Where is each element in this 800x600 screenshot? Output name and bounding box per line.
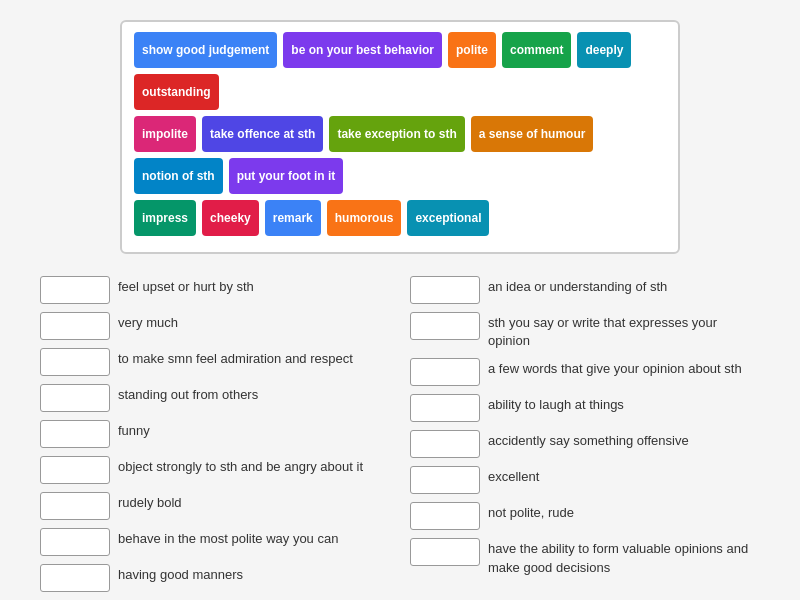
match-text: object strongly to sth and be angry abou… bbox=[118, 456, 363, 476]
match-row: sth you say or write that expresses your… bbox=[410, 310, 760, 352]
word-chip[interactable]: take offence at sth bbox=[202, 116, 323, 152]
match-row: feel upset or hurt by sth bbox=[40, 274, 390, 306]
match-row: excellent bbox=[410, 464, 760, 496]
match-row: accidently say something offensive bbox=[410, 428, 760, 460]
match-row: an idea or understanding of sth bbox=[410, 274, 760, 306]
word-chip[interactable]: remark bbox=[265, 200, 321, 236]
match-box[interactable] bbox=[410, 394, 480, 422]
match-row: very much bbox=[40, 310, 390, 342]
page: show good judgementbe on your best behav… bbox=[0, 0, 800, 600]
match-row: object strongly to sth and be angry abou… bbox=[40, 454, 390, 486]
word-bank-row: impolitetake offence at sthtake exceptio… bbox=[134, 116, 666, 194]
match-text: excellent bbox=[488, 466, 539, 486]
match-text: funny bbox=[118, 420, 150, 440]
word-bank-row: show good judgementbe on your best behav… bbox=[134, 32, 666, 110]
word-chip[interactable]: comment bbox=[502, 32, 571, 68]
match-box[interactable] bbox=[410, 358, 480, 386]
match-box[interactable] bbox=[40, 492, 110, 520]
word-chip[interactable]: cheeky bbox=[202, 200, 259, 236]
match-row: to make smn feel admiration and respect bbox=[40, 346, 390, 378]
word-chip[interactable]: humorous bbox=[327, 200, 402, 236]
word-bank: show good judgementbe on your best behav… bbox=[120, 20, 680, 254]
match-text: accidently say something offensive bbox=[488, 430, 689, 450]
match-row: funny bbox=[40, 418, 390, 450]
match-box[interactable] bbox=[410, 276, 480, 304]
word-chip[interactable]: impolite bbox=[134, 116, 196, 152]
match-text: to make smn feel admiration and respect bbox=[118, 348, 353, 368]
match-text: standing out from others bbox=[118, 384, 258, 404]
match-row: rudely bold bbox=[40, 490, 390, 522]
match-text: very much bbox=[118, 312, 178, 332]
word-chip[interactable]: outstanding bbox=[134, 74, 219, 110]
match-box[interactable] bbox=[40, 564, 110, 592]
word-bank-row: impresscheekyremarkhumorousexceptional bbox=[134, 200, 666, 236]
match-box[interactable] bbox=[410, 538, 480, 566]
match-box[interactable] bbox=[410, 430, 480, 458]
match-text: not polite, rude bbox=[488, 502, 574, 522]
match-box[interactable] bbox=[40, 276, 110, 304]
match-row: a few words that give your opinion about… bbox=[410, 356, 760, 388]
matching-area: feel upset or hurt by sthvery muchto mak… bbox=[30, 274, 770, 594]
match-box[interactable] bbox=[40, 312, 110, 340]
match-text: have the ability to form valuable opinio… bbox=[488, 538, 760, 576]
match-row: having good manners bbox=[40, 562, 390, 594]
match-row: behave in the most polite way you can bbox=[40, 526, 390, 558]
match-text: rudely bold bbox=[118, 492, 182, 512]
word-chip[interactable]: put your foot in it bbox=[229, 158, 344, 194]
word-chip[interactable]: polite bbox=[448, 32, 496, 68]
left-column: feel upset or hurt by sthvery muchto mak… bbox=[40, 274, 390, 594]
word-chip[interactable]: deeply bbox=[577, 32, 631, 68]
match-text: a few words that give your opinion about… bbox=[488, 358, 742, 378]
match-text: ability to laugh at things bbox=[488, 394, 624, 414]
match-box[interactable] bbox=[40, 420, 110, 448]
match-text: behave in the most polite way you can bbox=[118, 528, 338, 548]
match-row: have the ability to form valuable opinio… bbox=[410, 536, 760, 578]
match-box[interactable] bbox=[40, 456, 110, 484]
match-box[interactable] bbox=[410, 312, 480, 340]
word-chip[interactable]: be on your best behavior bbox=[283, 32, 442, 68]
match-box[interactable] bbox=[410, 502, 480, 530]
match-box[interactable] bbox=[40, 384, 110, 412]
match-box[interactable] bbox=[40, 348, 110, 376]
word-chip[interactable]: show good judgement bbox=[134, 32, 277, 68]
match-row: ability to laugh at things bbox=[410, 392, 760, 424]
word-chip[interactable]: take exception to sth bbox=[329, 116, 464, 152]
match-text: having good manners bbox=[118, 564, 243, 584]
word-chip[interactable]: impress bbox=[134, 200, 196, 236]
match-row: not polite, rude bbox=[410, 500, 760, 532]
match-text: sth you say or write that expresses your… bbox=[488, 312, 760, 350]
match-text: feel upset or hurt by sth bbox=[118, 276, 254, 296]
match-text: an idea or understanding of sth bbox=[488, 276, 667, 296]
word-chip[interactable]: a sense of humour bbox=[471, 116, 594, 152]
match-row: standing out from others bbox=[40, 382, 390, 414]
match-box[interactable] bbox=[410, 466, 480, 494]
word-chip[interactable]: exceptional bbox=[407, 200, 489, 236]
right-column: an idea or understanding of sthsth you s… bbox=[410, 274, 760, 594]
match-box[interactable] bbox=[40, 528, 110, 556]
word-chip[interactable]: notion of sth bbox=[134, 158, 223, 194]
